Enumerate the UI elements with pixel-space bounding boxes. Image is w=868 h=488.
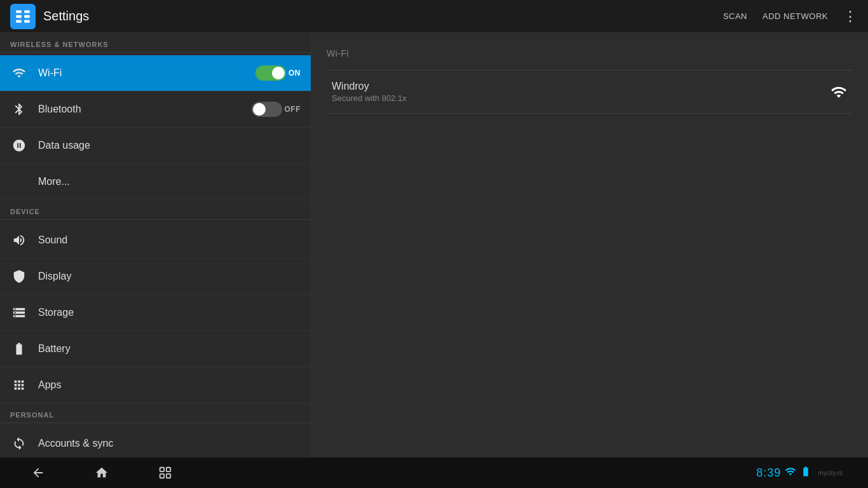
bluetooth-icon bbox=[10, 100, 28, 118]
svg-rect-5 bbox=[24, 20, 30, 22]
bluetooth-label: Bluetooth bbox=[38, 104, 252, 115]
page-title: Settings bbox=[43, 9, 723, 24]
wifi-signal-icon bbox=[830, 83, 848, 101]
data-usage-label: Data usage bbox=[38, 140, 301, 151]
bluetooth-toggle-label: OFF bbox=[285, 105, 301, 114]
wifi-toggle[interactable]: ON bbox=[255, 65, 301, 81]
back-button[interactable] bbox=[25, 460, 51, 485]
network-item-windroy[interactable]: Windroy Secured with 802.1x bbox=[327, 71, 853, 114]
data-usage-icon bbox=[10, 137, 28, 154]
sidebar-item-more[interactable]: More... bbox=[0, 164, 311, 200]
content-area: Wi-Fi Windroy Secured with 802.1x bbox=[311, 33, 868, 458]
apps-label: Apps bbox=[38, 379, 301, 391]
wifi-toggle-track[interactable] bbox=[255, 65, 286, 81]
network-name: Windroy bbox=[332, 81, 830, 92]
sidebar-item-apps[interactable]: Apps bbox=[0, 367, 311, 403]
bottombar: 8:39 mycity.rs bbox=[0, 458, 868, 488]
status-website: mycity.rs bbox=[818, 470, 843, 477]
bluetooth-toggle-thumb bbox=[253, 103, 266, 116]
bluetooth-toggle-track[interactable] bbox=[252, 102, 282, 117]
sidebar-item-wifi[interactable]: Wi-Fi ON bbox=[0, 55, 311, 92]
network-status: Secured with 802.1x bbox=[332, 93, 830, 103]
svg-rect-9 bbox=[160, 474, 164, 478]
sidebar-item-battery[interactable]: Battery bbox=[0, 331, 311, 367]
wifi-status-icon bbox=[785, 466, 796, 480]
wifi-label: Wi-Fi bbox=[38, 67, 255, 79]
battery-status-icon bbox=[800, 466, 811, 480]
battery-label: Battery bbox=[38, 343, 301, 355]
display-label: Display bbox=[38, 271, 301, 282]
sidebar-item-storage[interactable]: Storage bbox=[0, 295, 311, 331]
clock: 8:39 bbox=[756, 466, 781, 480]
svg-rect-4 bbox=[16, 20, 22, 22]
bluetooth-toggle[interactable]: OFF bbox=[252, 102, 301, 117]
accounts-label: Accounts & sync bbox=[38, 438, 301, 449]
topbar-actions: SCAN ADD NETWORK ⋮ bbox=[723, 8, 858, 25]
add-network-button[interactable]: ADD NETWORK bbox=[763, 11, 828, 21]
divider bbox=[0, 52, 311, 53]
battery-icon bbox=[10, 340, 28, 358]
divider-device bbox=[0, 219, 311, 220]
svg-rect-0 bbox=[16, 10, 22, 13]
topbar: Settings SCAN ADD NETWORK ⋮ bbox=[0, 0, 868, 33]
wifi-toggle-thumb bbox=[272, 67, 285, 79]
sidebar-item-bluetooth[interactable]: Bluetooth OFF bbox=[0, 92, 311, 128]
scan-button[interactable]: SCAN bbox=[723, 11, 747, 21]
sidebar: WIRELESS & NETWORKS Wi-Fi ON bbox=[0, 33, 311, 458]
sidebar-item-sound[interactable]: Sound bbox=[0, 222, 311, 259]
section-header-device: DEVICE bbox=[0, 200, 311, 219]
main-content: WIRELESS & NETWORKS Wi-Fi ON bbox=[0, 33, 868, 458]
svg-rect-6 bbox=[160, 468, 164, 471]
svg-rect-1 bbox=[24, 10, 30, 13]
storage-label: Storage bbox=[38, 307, 301, 318]
recents-button[interactable] bbox=[153, 460, 178, 485]
home-button[interactable] bbox=[89, 460, 114, 485]
sound-label: Sound bbox=[38, 234, 301, 246]
sound-icon bbox=[10, 231, 28, 249]
sidebar-item-data-usage[interactable]: Data usage bbox=[0, 128, 311, 164]
sidebar-item-accounts[interactable]: Accounts & sync bbox=[0, 426, 311, 458]
wifi-toggle-label: ON bbox=[288, 69, 301, 78]
more-icon bbox=[10, 173, 28, 191]
app-icon bbox=[10, 4, 36, 29]
svg-rect-3 bbox=[24, 15, 30, 17]
svg-rect-8 bbox=[166, 474, 170, 478]
svg-rect-2 bbox=[16, 15, 22, 17]
wifi-section-title: Wi-Fi bbox=[327, 48, 853, 58]
sidebar-item-display[interactable]: Display bbox=[0, 259, 311, 295]
section-header-wireless: WIRELESS & NETWORKS bbox=[0, 33, 311, 52]
accounts-icon bbox=[10, 435, 28, 452]
more-label: More... bbox=[38, 176, 301, 187]
display-icon bbox=[10, 268, 28, 285]
storage-icon bbox=[10, 304, 28, 322]
apps-icon bbox=[10, 376, 28, 394]
overflow-menu-button[interactable]: ⋮ bbox=[843, 8, 858, 25]
wifi-icon bbox=[10, 64, 28, 82]
section-header-personal: PERSONAL bbox=[0, 403, 311, 423]
divider-personal bbox=[0, 423, 311, 423]
svg-rect-7 bbox=[166, 468, 170, 471]
network-info: Windroy Secured with 802.1x bbox=[332, 81, 830, 103]
status-area: 8:39 mycity.rs bbox=[756, 466, 843, 480]
